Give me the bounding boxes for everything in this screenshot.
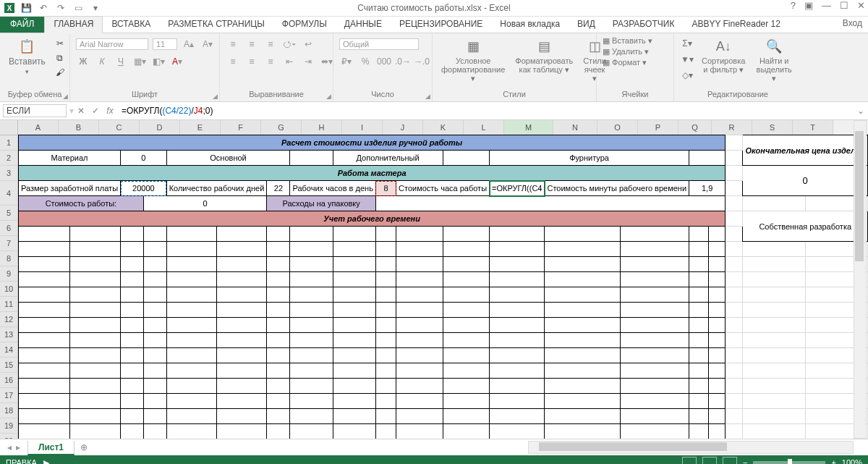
- cell[interactable]: [19, 424, 70, 439]
- cell[interactable]: [545, 272, 620, 287]
- cell[interactable]: [545, 424, 620, 439]
- decrease-font-icon[interactable]: A▾: [200, 37, 215, 51]
- cell[interactable]: [290, 257, 333, 272]
- cell[interactable]: [267, 272, 290, 287]
- align-left-icon[interactable]: ≡: [226, 54, 240, 69]
- cell[interactable]: [267, 394, 290, 409]
- row-header-15[interactable]: 15: [0, 358, 18, 373]
- macro-record-icon[interactable]: ▶: [43, 458, 49, 465]
- cell[interactable]: [443, 242, 490, 257]
- cell[interactable]: [166, 303, 216, 318]
- final-price-value[interactable]: 0: [743, 166, 868, 196]
- cell[interactable]: [375, 242, 396, 257]
- cell[interactable]: [545, 242, 620, 257]
- col-header-D[interactable]: D: [140, 120, 180, 135]
- tab-home[interactable]: ГЛАВНАЯ: [44, 16, 103, 33]
- border-icon[interactable]: ▦▾: [132, 54, 147, 69]
- row-header-12[interactable]: 12: [0, 312, 18, 327]
- indent-increase-icon[interactable]: ⇥: [301, 54, 315, 69]
- cell[interactable]: [166, 394, 216, 409]
- cell[interactable]: [267, 257, 290, 272]
- cell[interactable]: [620, 409, 689, 424]
- cell[interactable]: [290, 348, 333, 363]
- cell[interactable]: [620, 272, 689, 287]
- col-header-O[interactable]: O: [597, 120, 638, 135]
- vertical-scrollbar[interactable]: [854, 120, 867, 439]
- workcost-value[interactable]: 0: [143, 196, 267, 211]
- cell[interactable]: [166, 272, 216, 287]
- cell[interactable]: [121, 287, 144, 303]
- cell[interactable]: [121, 227, 144, 242]
- cell[interactable]: [620, 333, 689, 348]
- cell[interactable]: [375, 394, 396, 409]
- cell[interactable]: [689, 394, 709, 409]
- qat-touch-icon[interactable]: ▭: [72, 2, 84, 14]
- cell[interactable]: [143, 363, 166, 379]
- cell[interactable]: [143, 303, 166, 318]
- cell[interactable]: [689, 424, 709, 439]
- cell[interactable]: [166, 363, 216, 379]
- row-header-14[interactable]: 14: [0, 342, 18, 358]
- cell[interactable]: [490, 242, 545, 257]
- cell[interactable]: [375, 333, 396, 348]
- cell[interactable]: [545, 394, 620, 409]
- insert-cells-button[interactable]: ▦ Вставить ▾: [603, 36, 652, 46]
- tab-custom[interactable]: Новая вкладка: [491, 17, 569, 33]
- decrease-decimal-icon[interactable]: →.0: [414, 54, 429, 69]
- cell[interactable]: [290, 424, 333, 439]
- align-middle-icon[interactable]: ≡: [244, 37, 259, 51]
- tab-abbyy[interactable]: ABBYY FineReader 12: [683, 17, 789, 33]
- col-header-I[interactable]: I: [342, 120, 383, 135]
- cell[interactable]: [709, 409, 726, 424]
- cell[interactable]: [545, 379, 620, 394]
- cell[interactable]: [443, 409, 490, 424]
- cell[interactable]: [19, 303, 70, 318]
- cell[interactable]: [333, 333, 375, 348]
- tab-insert[interactable]: ВСТАВКА: [103, 17, 159, 33]
- view-pagebreak-icon[interactable]: [723, 457, 737, 464]
- cell[interactable]: [375, 318, 396, 333]
- cell[interactable]: [143, 394, 166, 409]
- cell[interactable]: [69, 303, 121, 318]
- cell[interactable]: [121, 363, 144, 379]
- cell[interactable]: [19, 348, 70, 363]
- cell[interactable]: [166, 348, 216, 363]
- cell[interactable]: [620, 227, 689, 242]
- cell[interactable]: [333, 227, 375, 242]
- cell[interactable]: [620, 363, 689, 379]
- time-tracking-header[interactable]: Учет рабочего времени: [19, 211, 726, 227]
- sheet-tab-1[interactable]: Лист1: [27, 441, 75, 455]
- cell[interactable]: [290, 287, 333, 303]
- cell[interactable]: [689, 242, 709, 257]
- furniture-label[interactable]: Фурнитура: [490, 151, 689, 166]
- cell[interactable]: [143, 242, 166, 257]
- clear-icon[interactable]: ◇▾: [680, 68, 694, 83]
- cell[interactable]: [490, 363, 545, 379]
- cell[interactable]: [121, 272, 144, 287]
- cell[interactable]: [375, 409, 396, 424]
- percent-icon[interactable]: %: [358, 54, 373, 69]
- cell[interactable]: [396, 242, 443, 257]
- cell[interactable]: [709, 363, 726, 379]
- mincost-value[interactable]: 1,9: [689, 181, 726, 196]
- sheet-nav-next-icon[interactable]: ▸: [16, 442, 20, 452]
- increase-decimal-icon[interactable]: .0→: [396, 54, 410, 69]
- cell[interactable]: [333, 303, 375, 318]
- cell[interactable]: [121, 379, 144, 394]
- col-header-T[interactable]: T: [793, 120, 833, 135]
- comma-style-icon[interactable]: 000: [377, 54, 391, 69]
- cell[interactable]: [267, 287, 290, 303]
- cell[interactable]: [19, 379, 70, 394]
- cell[interactable]: [19, 242, 70, 257]
- row-header-8[interactable]: 8: [0, 251, 18, 266]
- cell[interactable]: [709, 424, 726, 439]
- cancel-formula-icon[interactable]: ✕: [74, 106, 88, 116]
- cell[interactable]: [396, 363, 443, 379]
- cell[interactable]: [216, 257, 266, 272]
- cell[interactable]: [490, 394, 545, 409]
- cell[interactable]: [216, 303, 266, 318]
- cell[interactable]: [267, 424, 290, 439]
- cell[interactable]: [620, 257, 689, 272]
- paste-button[interactable]: 📋 Вставить ▾: [6, 36, 48, 77]
- cell[interactable]: [443, 318, 490, 333]
